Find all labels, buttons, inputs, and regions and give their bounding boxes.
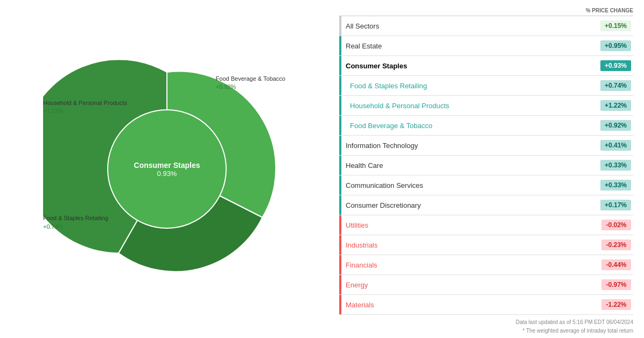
row-name: Materials <box>341 298 601 312</box>
table-row[interactable]: Financials-0.44% <box>339 255 633 275</box>
table-row[interactable]: All Sectors+0.15% <box>339 16 633 36</box>
table-row[interactable]: Utilities-0.02% <box>339 215 633 235</box>
row-badge: +0.33% <box>600 160 631 171</box>
row-name: Food & Staples Retailing <box>341 79 600 93</box>
table-header: % PRICE CHANGE <box>339 5 633 16</box>
row-name: Communication Services <box>341 178 600 193</box>
row-name: Utilities <box>341 218 601 233</box>
row-badge: +0.95% <box>600 40 631 51</box>
svg-point-0 <box>108 110 226 228</box>
table-row[interactable]: Information Technology+0.41% <box>339 136 633 156</box>
row-badge: -0.02% <box>601 220 631 230</box>
row-badge: +0.15% <box>600 20 631 31</box>
table-row[interactable]: Consumer Staples+0.93% <box>339 56 633 76</box>
label-household: Household & Personal Products +1.22% <box>43 99 127 116</box>
footnote-2: * The weighted average of intraday total… <box>339 327 633 335</box>
row-badge: +0.92% <box>600 120 631 131</box>
row-badge: -0.44% <box>601 259 631 270</box>
row-name: Industrials <box>341 238 601 252</box>
row-name: Health Care <box>341 158 600 173</box>
label-food-beverage: Food Beverage & Tobacco +0.92% <box>216 75 285 91</box>
footnotes: Data last updated as of 5:16 PM EDT 06/0… <box>339 318 633 335</box>
table-row[interactable]: Household & Personal Products+1.22% <box>339 96 633 116</box>
row-name: Energy <box>341 278 601 292</box>
table-row[interactable]: Health Care+0.33% <box>339 156 633 175</box>
table-row[interactable]: Food Beverage & Tobacco+0.92% <box>339 116 633 136</box>
table-row[interactable]: Industrials-0.23% <box>339 235 633 255</box>
table-row[interactable]: Food & Staples Retailing+0.74% <box>339 76 633 96</box>
row-badge: -1.22% <box>601 299 631 310</box>
row-badge: +0.93% <box>600 60 631 71</box>
row-name: Information Technology <box>341 138 600 153</box>
sector-table: % PRICE CHANGE All Sectors+0.15%Real Est… <box>334 0 644 338</box>
row-badge: +1.22% <box>600 100 631 111</box>
table-row[interactable]: Energy-0.97% <box>339 275 633 295</box>
row-name: All Sectors <box>341 19 600 33</box>
row-name: Food Beverage & Tobacco <box>341 118 600 133</box>
table-row[interactable]: Materials-1.22% <box>339 295 633 315</box>
row-badge: -0.23% <box>601 240 631 250</box>
table-rows-container: All Sectors+0.15%Real Estate+0.95%Consum… <box>339 16 633 315</box>
row-name: Household & Personal Products <box>341 98 600 113</box>
row-name: Consumer Staples <box>341 59 600 73</box>
chart-area: Consumer Staples 0.93% Food Beverage & T… <box>0 0 334 338</box>
row-name: Consumer Discretionary <box>341 198 600 213</box>
row-badge: +0.41% <box>600 140 631 151</box>
row-badge: +0.17% <box>600 200 631 210</box>
row-badge: -0.97% <box>601 279 631 290</box>
row-name: Real Estate <box>341 39 600 53</box>
table-row[interactable]: Consumer Discretionary+0.17% <box>339 195 633 215</box>
table-row[interactable]: Real Estate+0.95% <box>339 36 633 56</box>
footnote-1: Data last updated as of 5:16 PM EDT 06/0… <box>339 318 633 327</box>
row-badge: +0.33% <box>600 180 631 191</box>
row-name: Financials <box>341 258 601 272</box>
row-badge: +0.74% <box>600 80 631 91</box>
table-row[interactable]: Communication Services+0.33% <box>339 175 633 195</box>
label-food-staples: Food & Staples Retailing +0.74% <box>43 214 108 231</box>
